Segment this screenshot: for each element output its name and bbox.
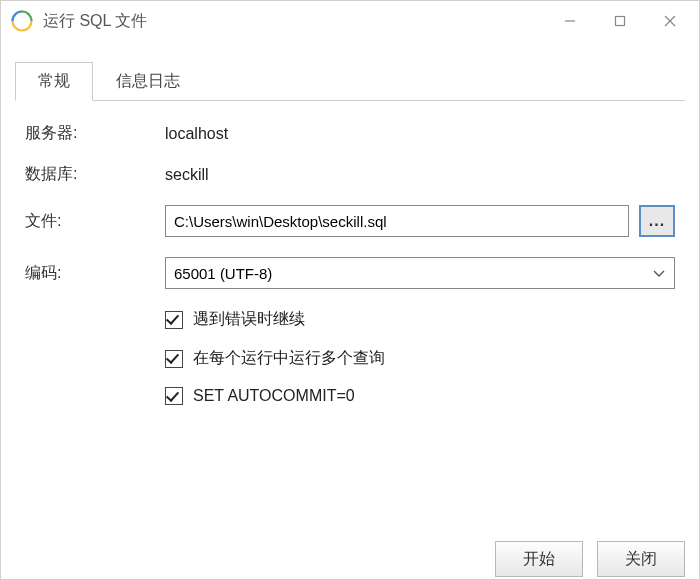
checkbox-autocommit[interactable]: SET AUTOCOMMIT=0 xyxy=(165,387,675,405)
checkbox-icon xyxy=(165,350,183,368)
footer: 开始 关闭 xyxy=(1,529,699,579)
window-title: 运行 SQL 文件 xyxy=(43,11,545,32)
form-panel: 服务器: localhost 数据库: seckill 文件: ... 编码: … xyxy=(15,101,685,433)
tab-general[interactable]: 常规 xyxy=(15,62,93,101)
app-icon xyxy=(11,10,33,32)
dialog-window: 运行 SQL 文件 常规 信息日志 服务器: localhost 数据库: xyxy=(0,0,700,580)
checkbox-label: 在每个运行中运行多个查询 xyxy=(193,348,385,369)
window-controls xyxy=(545,3,695,39)
encoding-select[interactable]: 65001 (UTF-8) xyxy=(165,257,675,289)
checkbox-label: SET AUTOCOMMIT=0 xyxy=(193,387,355,405)
file-label: 文件: xyxy=(25,211,165,232)
tab-log[interactable]: 信息日志 xyxy=(93,62,203,101)
close-button[interactable] xyxy=(645,3,695,39)
server-value: localhost xyxy=(165,125,228,143)
tab-bar: 常规 信息日志 xyxy=(15,61,685,101)
start-button[interactable]: 开始 xyxy=(495,541,583,577)
svg-rect-2 xyxy=(616,17,625,26)
row-server: 服务器: localhost xyxy=(25,123,675,144)
checkbox-icon xyxy=(165,311,183,329)
encoding-label: 编码: xyxy=(25,263,165,284)
titlebar: 运行 SQL 文件 xyxy=(1,1,699,41)
encoding-value: 65001 (UTF-8) xyxy=(165,257,675,289)
checkbox-icon xyxy=(165,387,183,405)
checkbox-multi-queries[interactable]: 在每个运行中运行多个查询 xyxy=(165,348,675,369)
close-dialog-button[interactable]: 关闭 xyxy=(597,541,685,577)
maximize-button[interactable] xyxy=(595,3,645,39)
checkbox-continue-on-error[interactable]: 遇到错误时继续 xyxy=(165,309,675,330)
row-file: 文件: ... xyxy=(25,205,675,237)
file-input-wrap: ... xyxy=(165,205,675,237)
server-label: 服务器: xyxy=(25,123,165,144)
file-input[interactable] xyxy=(165,205,629,237)
checkbox-label: 遇到错误时继续 xyxy=(193,309,305,330)
minimize-button[interactable] xyxy=(545,3,595,39)
browse-button[interactable]: ... xyxy=(639,205,675,237)
database-value: seckill xyxy=(165,166,209,184)
database-label: 数据库: xyxy=(25,164,165,185)
row-database: 数据库: seckill xyxy=(25,164,675,185)
row-encoding: 编码: 65001 (UTF-8) xyxy=(25,257,675,289)
content-area: 常规 信息日志 服务器: localhost 数据库: seckill 文件: … xyxy=(1,41,699,529)
